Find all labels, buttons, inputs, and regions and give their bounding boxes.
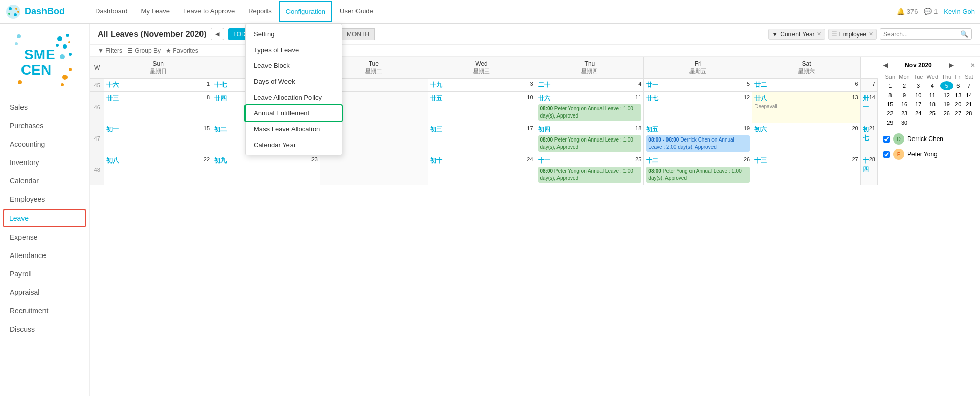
sidebar-item-appraisal[interactable]: Appraisal xyxy=(0,283,89,301)
search-box[interactable]: 🔍 xyxy=(880,28,972,40)
menu-annual-entitlement[interactable]: Annual Entitlement xyxy=(246,105,342,121)
leave-event[interactable]: 08:00 - 08:00 Derrick Chen on Annual Lea… xyxy=(646,135,750,152)
calendar-day-cell[interactable]: 初四1808:00 Peter Yong on Annual Leave : 1… xyxy=(536,123,644,154)
sidebar-item-recruitment[interactable]: Recruitment xyxy=(0,301,89,320)
calendar-day-cell[interactable]: 二十4 xyxy=(536,79,644,92)
nav-configuration[interactable]: Configuration xyxy=(279,1,332,22)
mini-cal-day[interactable]: 27 xyxy=(953,109,963,118)
notification-count[interactable]: 🔔 376 xyxy=(897,8,918,15)
sidebar-item-purchases[interactable]: Purchases xyxy=(0,117,89,135)
calendar-day-cell[interactable]: 初八22 xyxy=(104,154,212,185)
leave-event[interactable]: 08:00 Peter Yong on Annual Leave : 1.00 … xyxy=(538,104,642,121)
sidebar-item-calendar[interactable]: Calendar xyxy=(0,172,89,190)
calendar-day-cell[interactable]: 卅一14 xyxy=(860,92,877,123)
mini-cal-day[interactable]: 4 xyxy=(925,81,940,90)
mini-cal-day[interactable]: 25 xyxy=(925,109,940,118)
favorites-button[interactable]: ★ Favorites xyxy=(166,47,198,54)
sidebar-item-inventory[interactable]: Inventory xyxy=(0,153,89,172)
leave-event[interactable]: 08:00 Peter Yong on Annual Leave : 1.00 … xyxy=(538,135,642,152)
calendar-day-cell[interactable]: 7 xyxy=(860,79,877,92)
calendar-day-cell[interactable]: 初五1908:00 - 08:00 Derrick Chen on Annual… xyxy=(644,123,752,154)
menu-leave-block[interactable]: Leave Block xyxy=(246,58,342,74)
calendar-day-cell[interactable]: 初十24 xyxy=(428,154,536,185)
mini-cal-close[interactable]: ✕ xyxy=(970,62,975,69)
mini-cal-day[interactable]: 24 xyxy=(911,109,925,118)
calendar-day-cell[interactable]: 初六20 xyxy=(752,123,861,154)
nav-leave-to-approve[interactable]: Leave to Approve xyxy=(177,1,241,22)
mini-cal-day[interactable]: 5 xyxy=(940,81,953,90)
mini-cal-day[interactable]: 15 xyxy=(883,100,897,109)
calendar-day-cell[interactable]: 十六1 xyxy=(104,79,212,92)
mini-cal-day[interactable]: 26 xyxy=(940,109,953,118)
calendar-day-cell[interactable]: 廿一5 xyxy=(644,79,752,92)
calendar-day-cell[interactable]: 初一15 xyxy=(104,123,212,154)
calendar-day-cell[interactable]: 十一2508:00 Peter Yong on Annual Leave : 1… xyxy=(536,154,644,185)
calendar-day-cell[interactable]: 廿五10 xyxy=(428,92,536,123)
prev-button[interactable]: ◀ xyxy=(211,28,224,40)
menu-calendar-year[interactable]: Calendar Year xyxy=(246,137,342,153)
sidebar-item-leave[interactable]: Leave xyxy=(3,209,86,227)
menu-types-of-leave[interactable]: Types of Leave xyxy=(246,42,342,58)
mini-cal-day[interactable] xyxy=(953,118,963,127)
sidebar-item-accounting[interactable]: Accounting xyxy=(0,135,89,153)
mini-cal-day[interactable] xyxy=(925,118,940,127)
nav-user-guide[interactable]: User Guide xyxy=(333,1,380,22)
mini-cal-day[interactable] xyxy=(963,118,975,127)
calendar-day-cell[interactable] xyxy=(320,154,428,185)
calendar-day-cell[interactable]: 十九3 xyxy=(428,79,536,92)
mini-cal-next[interactable]: ▶ xyxy=(949,62,953,69)
nav-dashboard[interactable]: Dashboard xyxy=(89,1,134,22)
mini-cal-day[interactable]: 23 xyxy=(897,109,912,118)
mini-cal-day[interactable]: 17 xyxy=(911,100,925,109)
filter-employee[interactable]: ☰ Employee ✕ xyxy=(828,29,877,40)
calendar-day-cell[interactable]: 十三27 xyxy=(752,154,861,185)
filter-current-year[interactable]: ▼ Current Year ✕ xyxy=(768,29,825,40)
mini-cal-day[interactable]: 20 xyxy=(953,100,963,109)
user-profile[interactable]: Kevin Goh xyxy=(944,8,975,15)
calendar-day-cell[interactable]: 廿二6 xyxy=(752,79,861,92)
mini-cal-day[interactable]: 8 xyxy=(883,90,897,100)
mini-cal-day[interactable] xyxy=(940,118,953,127)
employee-checkbox-peter[interactable] xyxy=(883,151,890,158)
menu-leave-allocation-policy[interactable]: Leave Allocation Policy xyxy=(246,89,342,105)
mini-cal-day[interactable]: 1 xyxy=(883,81,897,90)
mini-cal-prev[interactable]: ◀ xyxy=(883,62,888,69)
leave-event[interactable]: 08:00 Peter Yong on Annual Leave : 1.00 … xyxy=(646,167,750,183)
mini-cal-day[interactable]: 6 xyxy=(953,81,963,90)
calendar-day-cell[interactable]: 初九23 xyxy=(212,154,320,185)
mini-cal-day[interactable]: 12 xyxy=(940,90,953,100)
mini-cal-day[interactable]: 14 xyxy=(963,90,975,100)
sidebar-item-discuss[interactable]: Discuss xyxy=(0,320,89,338)
message-count[interactable]: 💬 1 xyxy=(924,8,938,15)
calendar-day-cell[interactable]: 初七21 xyxy=(860,123,877,154)
mini-cal-day[interactable]: 9 xyxy=(897,90,912,100)
calendar-day-cell[interactable]: 十二2608:00 Peter Yong on Annual Leave : 1… xyxy=(644,154,752,185)
sidebar-item-employees[interactable]: Employees xyxy=(0,190,89,208)
mini-cal-day[interactable]: 11 xyxy=(925,90,940,100)
calendar-day-cell[interactable]: 廿三8 xyxy=(104,92,212,123)
nav-my-leave[interactable]: My Leave xyxy=(135,1,176,22)
leave-event[interactable]: 08:00 Peter Yong on Annual Leave : 1.00 … xyxy=(538,167,642,183)
mini-cal-day[interactable]: 13 xyxy=(953,90,963,100)
calendar-day-cell[interactable]: 廿八13Deepavali xyxy=(752,92,861,123)
mini-cal-day[interactable]: 21 xyxy=(963,100,975,109)
search-input[interactable] xyxy=(883,31,960,38)
mini-cal-day[interactable]: 19 xyxy=(940,100,953,109)
mini-cal-day[interactable]: 28 xyxy=(963,109,975,118)
remove-current-year-filter[interactable]: ✕ xyxy=(817,31,821,37)
employee-checkbox-derrick[interactable] xyxy=(883,136,890,143)
sidebar-item-payroll[interactable]: Payroll xyxy=(0,265,89,283)
mini-cal-day[interactable]: 7 xyxy=(963,81,975,90)
menu-setting[interactable]: Setting xyxy=(246,26,342,42)
calendar-day-cell[interactable]: 十四28 xyxy=(860,154,877,185)
sidebar-item-expense[interactable]: Expense xyxy=(0,228,89,246)
sidebar-item-attendance[interactable]: Attendance xyxy=(0,246,89,265)
remove-employee-filter[interactable]: ✕ xyxy=(868,31,873,37)
mini-cal-day[interactable]: 30 xyxy=(897,118,912,127)
nav-reports[interactable]: Reports xyxy=(242,1,278,22)
mini-cal-day[interactable] xyxy=(911,118,925,127)
menu-mass-leave-allocation[interactable]: Mass Leave Allocation xyxy=(246,121,342,137)
mini-cal-day[interactable]: 16 xyxy=(897,100,912,109)
menu-days-of-week[interactable]: Days of Week xyxy=(246,74,342,89)
calendar-day-cell[interactable]: 廿七12 xyxy=(644,92,752,123)
